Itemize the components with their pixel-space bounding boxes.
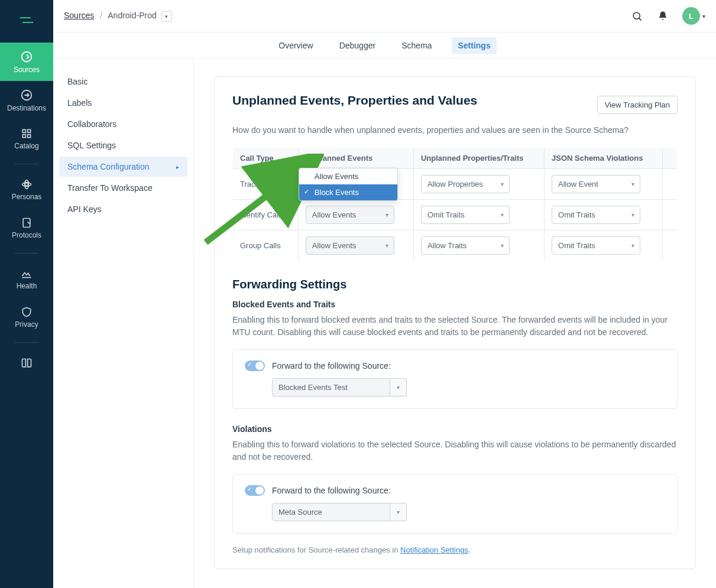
avatar: L [682, 7, 700, 25]
svg-point-2 [22, 51, 32, 61]
select-identify-events[interactable]: Allow Events [306, 206, 394, 224]
th-call-type: Call Type [233, 148, 299, 169]
option-allow-events[interactable]: Allow Events [299, 168, 397, 184]
select-caret[interactable]: ▾ [390, 503, 407, 521]
select-group-events[interactable]: Allow Events [306, 236, 394, 255]
sidemenu-schema-configuration[interactable]: Schema Configuration ▸ [59, 157, 187, 177]
cell-call-type: Identify Calls [233, 200, 299, 230]
blocked-events-desc: Enabling this to forward blocked events … [232, 314, 678, 339]
rail-label: Health [17, 282, 37, 290]
toggle-forward-blocked[interactable] [245, 360, 265, 371]
select-forward-violations-source[interactable]: Meta Source [272, 503, 390, 521]
select-identify-json[interactable]: Omit Traits [552, 206, 640, 224]
rail-label: Destinations [7, 104, 46, 112]
select-group-props[interactable]: Allow Traits [421, 236, 510, 255]
svg-rect-4 [22, 129, 25, 132]
select-group-json[interactable]: Omit Traits [552, 236, 640, 255]
schema-table: Call Type Unplanned Events Unplanned Pro… [232, 147, 678, 261]
section1-title: Unplanned Events, Properties and Values [232, 93, 477, 108]
th-unplanned-events: Unplanned Events [298, 148, 413, 169]
tab-debugger[interactable]: Debugger [333, 37, 382, 54]
breadcrumb-current: Android-Prod [108, 11, 157, 20]
schema-config-card: Unplanned Events, Properties and Values … [214, 76, 696, 569]
rail-label: Protocols [12, 231, 41, 239]
sidemenu-transfer[interactable]: Transfer To Workspace [59, 178, 187, 198]
forward-blocked-panel: Forward to the following Source: Blocked… [232, 349, 678, 409]
breadcrumb-dropdown[interactable]: ▾ [161, 11, 172, 22]
rail-privacy[interactable]: Privacy [0, 298, 53, 336]
breadcrumb: Sources / Android-Prod ▾ [64, 11, 172, 22]
svg-point-1 [32, 22, 33, 23]
sidemenu-basic[interactable]: Basic [59, 72, 187, 92]
option-block-events[interactable]: Block Events [299, 184, 397, 200]
rail-label: Sources [14, 66, 40, 74]
cell-call-type: Track Calls [233, 169, 299, 200]
svg-rect-5 [28, 129, 31, 132]
cell-call-type: Group Calls [233, 230, 299, 261]
sidemenu-labels[interactable]: Labels [59, 93, 187, 113]
section1-desc: How do you want to handle when unplanned… [232, 124, 678, 137]
tab-overview[interactable]: Overview [273, 37, 319, 54]
table-row: Identify Calls Allow Events Omit Traits … [233, 200, 678, 230]
select-forward-blocked-source[interactable]: Blocked Events Test [272, 378, 390, 397]
sidemenu-collaborators[interactable]: Collaborators [59, 114, 187, 134]
select-identify-props[interactable]: Omit Traits [421, 206, 510, 224]
tab-settings[interactable]: Settings [452, 37, 496, 54]
search-icon[interactable] [627, 6, 647, 26]
rail-destinations[interactable]: Destinations [0, 81, 53, 119]
forward-label: Forward to the following Source: [272, 361, 391, 371]
violations-desc: Enabling this to forward violations to t… [232, 438, 678, 463]
nav-rail: Sources Destinations Catalog Personas Pr… [0, 0, 53, 588]
user-menu[interactable]: L ▾ [682, 7, 705, 25]
section2-title: Forwarding Settings [232, 278, 678, 291]
bell-icon[interactable] [653, 6, 673, 26]
th-json-violations: JSON Schema Violations [545, 148, 663, 169]
svg-rect-7 [28, 134, 31, 137]
notification-settings-link[interactable]: Notification Settings [400, 545, 468, 554]
chevron-down-icon: ▾ [702, 13, 705, 20]
settings-pane: Unplanned Events, Properties and Values … [194, 59, 716, 588]
sidemenu-label: Schema Configuration [67, 162, 150, 171]
brand-logo [15, 8, 38, 32]
rail-catalog[interactable]: Catalog [0, 119, 53, 158]
forward-label: Forward to the following Source: [272, 486, 391, 495]
tab-schema[interactable]: Schema [396, 37, 438, 54]
select-caret[interactable]: ▾ [390, 378, 407, 397]
toggle-forward-violations[interactable] [245, 485, 265, 496]
topbar: Sources / Android-Prod ▾ L ▾ [53, 0, 716, 33]
select-track-json[interactable]: Allow Event [552, 175, 640, 193]
rail-docs[interactable] [0, 349, 53, 378]
breadcrumb-root[interactable]: Sources [64, 11, 94, 20]
violations-title: Violations [232, 424, 678, 434]
view-tracking-plan-button[interactable]: View Tracking Plan [597, 96, 678, 114]
sidemenu-api-keys[interactable]: API Keys [59, 199, 187, 219]
table-row: Group Calls Allow Events Allow Traits Om… [233, 230, 678, 261]
svg-rect-6 [22, 134, 25, 137]
caret-right-icon: ▸ [176, 164, 179, 170]
rail-label: Privacy [15, 320, 38, 329]
footer-note: Setup notifications for Source-related c… [232, 545, 678, 554]
rail-label: Catalog [14, 142, 38, 150]
rail-health[interactable]: Health [0, 259, 53, 298]
th-unplanned-props: Unplanned Properties/Traits [413, 148, 544, 169]
svg-point-12 [633, 12, 640, 19]
rail-protocols[interactable]: Protocols [0, 209, 53, 247]
table-row: Track Calls Allow Events Allow Events Bl… [233, 169, 678, 200]
blocked-events-title: Blocked Events and Traits [232, 300, 678, 309]
select-track-props[interactable]: Allow Properties [421, 175, 510, 193]
rail-personas[interactable]: Personas [0, 170, 53, 209]
rail-label: Personas [12, 193, 42, 201]
sidemenu-sql-settings[interactable]: SQL Settings [59, 135, 187, 155]
source-tabs: Overview Debugger Schema Settings [53, 33, 716, 59]
svg-point-8 [25, 183, 28, 186]
forward-violations-panel: Forward to the following Source: Meta So… [232, 474, 678, 534]
settings-sidemenu: Basic Labels Collaborators SQL Settings … [53, 59, 194, 588]
dropdown-track-events: Allow Events Block Events [299, 168, 398, 201]
svg-point-0 [20, 17, 21, 18]
rail-sources[interactable]: Sources [0, 43, 53, 81]
